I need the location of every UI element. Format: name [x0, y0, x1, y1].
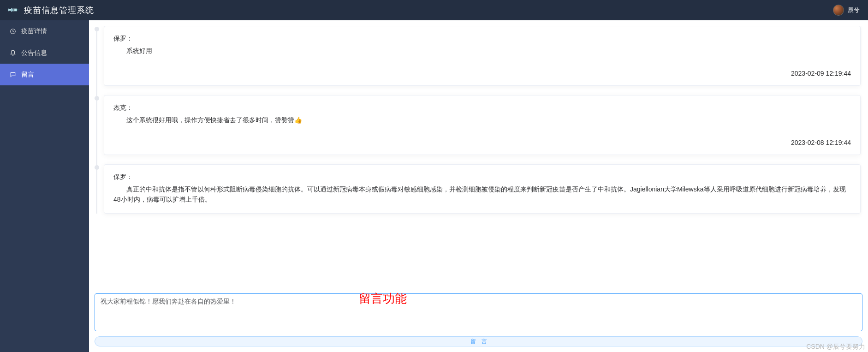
message-time: 2023-02-09 12:19:44 — [113, 70, 851, 77]
timeline-dot-icon — [95, 96, 99, 101]
timeline-item: 保罗： 系统好用 2023-02-09 12:19:44 — [104, 26, 861, 86]
watermark: CSDN @辰兮要努力 — [806, 343, 865, 351]
message-author: 保罗： — [113, 173, 851, 181]
submit-message-button[interactable]: 留言 — [95, 336, 862, 346]
message-card: 保罗： 系统好用 2023-02-09 12:19:44 — [104, 26, 861, 86]
message-textarea[interactable] — [95, 293, 862, 331]
message-card: 杰克： 这个系统很好用哦，操作方便快捷省去了很多时间，赞赞赞👍 2023-02-… — [104, 95, 861, 155]
sidebar-item-label: 疫苗详情 — [21, 27, 47, 36]
sidebar: 疫苗详情 公告信息 留言 — [0, 20, 89, 352]
sidebar-item-label: 留言 — [21, 71, 34, 79]
username: 辰兮 — [848, 6, 860, 14]
message-author: 杰克： — [113, 104, 851, 112]
timeline-item: 杰克： 这个系统很好用哦，操作方便快捷省去了很多时间，赞赞赞👍 2023-02-… — [104, 95, 861, 155]
timeline-dot-icon — [95, 27, 99, 31]
message-author: 保罗： — [113, 35, 851, 43]
timeline-item: 保罗： 真正的中和抗体是指不管以何种形式阻断病毒侵染细胞的抗体。可以通过新冠病毒… — [104, 164, 861, 214]
message-time: 2023-02-08 12:19:44 — [113, 139, 851, 146]
main-content: 保罗： 系统好用 2023-02-09 12:19:44 杰克： 这个系统很好用… — [89, 20, 868, 352]
timeline-scroll[interactable]: 保罗： 系统好用 2023-02-09 12:19:44 杰克： 这个系统很好用… — [95, 26, 862, 292]
chat-icon — [9, 72, 17, 78]
syringe-icon: 💉 — [6, 3, 20, 17]
sidebar-item-announcement[interactable]: 公告信息 — [0, 42, 89, 64]
avatar — [833, 5, 844, 16]
message-content: 真正的中和抗体是指不管以何种形式阻断病毒侵染细胞的抗体。可以通过新冠病毒本身或假… — [113, 184, 851, 205]
sidebar-item-message[interactable]: 留言 — [0, 64, 89, 85]
message-card: 保罗： 真正的中和抗体是指不管以何种形式阻断病毒侵染细胞的抗体。可以通过新冠病毒… — [104, 164, 861, 214]
timeline-dot-icon — [95, 165, 99, 170]
clock-icon — [9, 28, 17, 35]
app-title: 疫苗信息管理系统 — [24, 5, 94, 16]
timeline-line — [96, 29, 97, 214]
bell-icon — [9, 50, 17, 56]
sidebar-item-label: 公告信息 — [21, 49, 47, 57]
sidebar-item-vaccine-detail[interactable]: 疫苗详情 — [0, 20, 89, 42]
message-content: 系统好用 — [113, 46, 851, 65]
user-menu[interactable]: 辰兮 — [833, 5, 860, 16]
app-header: 💉 疫苗信息管理系统 辰兮 — [0, 0, 868, 20]
message-content: 这个系统很好用哦，操作方便快捷省去了很多时间，赞赞赞👍 — [113, 115, 851, 134]
